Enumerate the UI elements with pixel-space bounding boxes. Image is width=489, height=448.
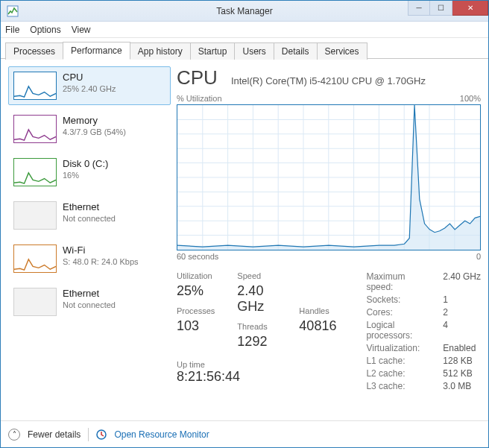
sidebar-item-ethernet[interactable]: EthernetNot connected bbox=[8, 196, 171, 235]
max-speed-value: 2.40 GHz bbox=[443, 271, 481, 292]
sidebar-item-label: Memory bbox=[63, 115, 126, 126]
tabs: Processes Performance App history Startu… bbox=[1, 38, 488, 59]
utilization-chart bbox=[177, 104, 481, 250]
window-controls: ─ ☐ ✕ bbox=[408, 1, 488, 16]
sidebar-item-cpu[interactable]: CPU25% 2.40 GHz bbox=[8, 66, 171, 105]
main-panel: CPU Intel(R) Core(TM) i5-4210U CPU @ 1.7… bbox=[177, 66, 481, 417]
chart-label-top-right: 100% bbox=[460, 94, 481, 103]
speed-value: 2.40 GHz bbox=[237, 283, 277, 315]
tab-performance[interactable]: Performance bbox=[63, 42, 130, 60]
cores-value: 2 bbox=[443, 307, 481, 318]
sidebar: CPU25% 2.40 GHzMemory4.3/7.9 GB (54%)Dis… bbox=[8, 66, 171, 417]
thumb-icon bbox=[13, 158, 57, 186]
thumb-icon bbox=[13, 288, 57, 316]
sidebar-item-sublabel: S: 48.0 R: 24.0 Kbps bbox=[63, 257, 139, 266]
cpu-info-grid: Maximum speed:2.40 GHz Sockets:1 Cores:2… bbox=[366, 271, 481, 391]
thumb-icon bbox=[13, 201, 57, 230]
titlebar[interactable]: Task Manager ─ ☐ ✕ bbox=[1, 1, 488, 22]
tab-details[interactable]: Details bbox=[274, 42, 318, 60]
task-manager-window: Task Manager ─ ☐ ✕ File Options View Pro… bbox=[0, 0, 489, 448]
menu-file[interactable]: File bbox=[5, 25, 19, 35]
sidebar-item-label: CPU bbox=[63, 72, 116, 83]
sidebar-item-sublabel: 16% bbox=[63, 171, 108, 180]
chevron-up-icon[interactable]: ˄ bbox=[8, 429, 20, 441]
sidebar-item-label: Ethernet bbox=[63, 201, 116, 212]
handles-value: 40816 bbox=[299, 318, 336, 334]
sidebar-item-label: Ethernet bbox=[63, 288, 116, 299]
l1-label: L1 cache: bbox=[366, 356, 431, 366]
close-button[interactable]: ✕ bbox=[452, 1, 488, 16]
processes-value: 103 bbox=[177, 318, 215, 334]
menubar: File Options View bbox=[1, 22, 488, 38]
utilization-value: 25% bbox=[177, 283, 215, 299]
uptime-label: Up time bbox=[177, 360, 336, 369]
utilization-label: Utilization bbox=[177, 271, 215, 280]
sidebar-item-label: Disk 0 (C:) bbox=[63, 158, 108, 169]
tab-app-history[interactable]: App history bbox=[130, 42, 191, 60]
app-icon bbox=[7, 5, 19, 17]
cpu-heading: CPU bbox=[177, 66, 218, 89]
menu-view[interactable]: View bbox=[72, 25, 91, 35]
virt-value: Enabled bbox=[443, 343, 481, 353]
virt-label: Virtualization: bbox=[366, 343, 431, 353]
sidebar-item-ethernet[interactable]: EthernetNot connected bbox=[8, 283, 171, 321]
sidebar-item-label: Wi-Fi bbox=[63, 244, 139, 256]
sidebar-item-wi-fi[interactable]: Wi-FiS: 48.0 R: 24.0 Kbps bbox=[8, 239, 171, 278]
thumb-icon bbox=[13, 72, 57, 100]
threads-value: 1292 bbox=[237, 334, 277, 350]
sidebar-item-sublabel: Not connected bbox=[63, 300, 116, 309]
uptime-value: 8:21:56:44 bbox=[177, 369, 336, 385]
tab-processes[interactable]: Processes bbox=[5, 42, 63, 60]
l3-value: 3.0 MB bbox=[443, 381, 481, 391]
l2-value: 512 KB bbox=[443, 368, 481, 379]
logical-label: Logical processors: bbox=[366, 320, 431, 341]
divider bbox=[88, 428, 89, 441]
threads-label: Threads bbox=[237, 322, 277, 331]
content: CPU25% 2.40 GHzMemory4.3/7.9 GB (54%)Dis… bbox=[1, 59, 488, 420]
thumb-icon bbox=[13, 244, 57, 273]
cpu-description: Intel(R) Core(TM) i5-4210U CPU @ 1.70GHz bbox=[231, 75, 426, 86]
tab-users[interactable]: Users bbox=[234, 42, 274, 60]
open-resource-monitor-link[interactable]: Open Resource Monitor bbox=[114, 429, 209, 440]
minimize-button[interactable]: ─ bbox=[408, 1, 430, 16]
sidebar-item-sublabel: 25% 2.40 GHz bbox=[63, 84, 116, 93]
l1-value: 128 KB bbox=[443, 356, 481, 366]
resource-monitor-icon bbox=[96, 429, 107, 440]
handles-label: Handles bbox=[299, 306, 336, 315]
fewer-details-link[interactable]: Fewer details bbox=[28, 429, 81, 440]
speed-label: Speed bbox=[237, 271, 277, 280]
sidebar-item-sublabel: 4.3/7.9 GB (54%) bbox=[63, 127, 126, 136]
maximize-button[interactable]: ☐ bbox=[430, 1, 452, 16]
chart-label-bottom-left: 60 seconds bbox=[177, 252, 218, 261]
footer: ˄ Fewer details Open Resource Monitor bbox=[1, 420, 488, 447]
tab-startup[interactable]: Startup bbox=[190, 42, 236, 60]
sidebar-item-disk-0-c-[interactable]: Disk 0 (C:)16% bbox=[8, 153, 171, 192]
sidebar-item-memory[interactable]: Memory4.3/7.9 GB (54%) bbox=[8, 110, 171, 148]
sockets-label: Sockets: bbox=[366, 294, 431, 305]
chart-label-bottom-right: 0 bbox=[476, 252, 481, 261]
sockets-value: 1 bbox=[443, 294, 481, 305]
menu-options[interactable]: Options bbox=[30, 25, 60, 35]
max-speed-label: Maximum speed: bbox=[366, 271, 431, 292]
thumb-icon bbox=[13, 115, 57, 143]
l3-label: L3 cache: bbox=[366, 381, 431, 391]
tab-services[interactable]: Services bbox=[317, 42, 367, 60]
logical-value: 4 bbox=[443, 320, 481, 341]
chart-label-top-left: % Utilization bbox=[177, 94, 222, 103]
sidebar-item-sublabel: Not connected bbox=[63, 214, 116, 223]
cores-label: Cores: bbox=[366, 307, 431, 318]
processes-label: Processes bbox=[177, 306, 215, 315]
l2-label: L2 cache: bbox=[366, 368, 431, 379]
